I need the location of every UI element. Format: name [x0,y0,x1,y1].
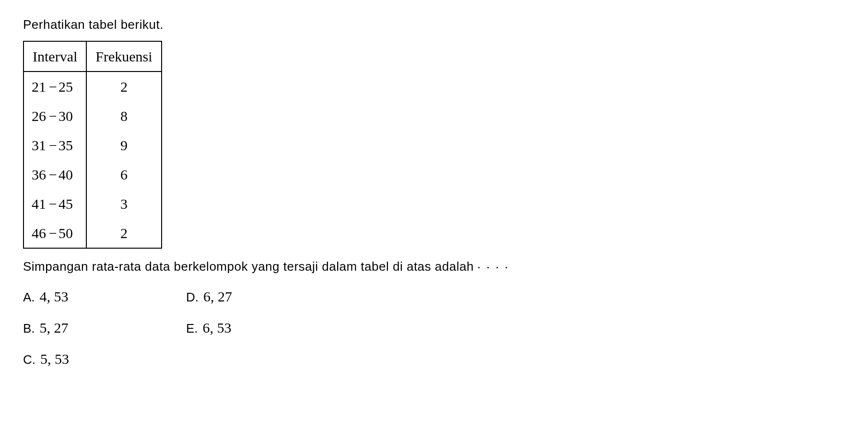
option-letter: B. [23,319,35,338]
interval-low: 46 [32,225,46,241]
option-value: 5, 27 [40,317,69,338]
interval-low: 41 [32,196,46,212]
intro-text: Perhatikan tabel berikut. [23,15,845,34]
minus-icon: − [49,105,56,127]
table-row: 46−50 2 [23,218,162,248]
interval-high: 35 [59,137,73,153]
minus-icon: − [49,134,56,156]
option-letter: D. [186,288,199,307]
option-d: D. 6, 27 [186,286,330,307]
minus-icon: − [49,193,56,215]
option-c: C. 5, 53 [23,348,167,370]
table-row: 26−30 8 [23,101,162,131]
cell-interval: 46−50 [23,218,86,248]
option-letter: A. [23,288,35,307]
cell-interval: 36−40 [23,160,86,189]
cell-freq: 9 [86,131,161,160]
options-grid: A. 4, 53 D. 6, 27 B. 5, 27 E. 6, 53 C. 5… [23,286,845,370]
cell-freq: 8 [86,101,161,131]
interval-high: 30 [59,108,73,124]
cell-interval: 31−35 [23,131,86,160]
data-table: Interval Frekuensi 21−25 2 26−30 8 31−35… [23,41,162,249]
interval-high: 40 [59,167,73,182]
table-header-row: Interval Frekuensi [23,41,162,72]
ellipsis-icon: · · · · [478,261,510,275]
table-row: 31−35 9 [23,131,162,160]
option-letter: C. [23,350,35,369]
cell-freq: 6 [86,160,161,189]
cell-freq: 2 [86,218,161,248]
cell-interval: 21−25 [23,72,86,101]
cell-freq: 3 [86,189,161,218]
cell-interval: 26−30 [23,101,86,131]
header-frekuensi: Frekuensi [86,41,161,72]
option-a: A. 4, 53 [23,286,167,307]
table-row: 41−45 3 [23,189,162,218]
minus-icon: − [49,164,56,185]
interval-high: 50 [59,225,73,241]
cell-interval: 41−45 [23,189,86,218]
minus-icon: − [49,222,56,244]
option-letter: E. [186,319,198,338]
table-row: 36−40 6 [23,160,162,189]
header-interval: Interval [23,41,86,72]
question-label: Simpangan rata-rata data berkelompok yan… [23,259,474,274]
interval-low: 21 [32,79,46,95]
question-text: Simpangan rata-rata data berkelompok yan… [23,257,845,277]
option-b: B. 5, 27 [23,317,167,338]
interval-low: 36 [32,167,46,182]
option-value: 5, 53 [40,348,69,370]
interval-low: 26 [32,108,46,124]
interval-high: 25 [59,79,73,95]
interval-low: 31 [32,137,46,153]
option-value: 4, 53 [40,286,69,307]
option-value: 6, 53 [203,317,232,338]
table-row: 21−25 2 [23,72,162,101]
option-value: 6, 27 [203,286,232,307]
interval-high: 45 [59,196,73,212]
option-e: E. 6, 53 [186,317,330,338]
minus-icon: − [49,76,56,97]
cell-freq: 2 [86,72,161,101]
